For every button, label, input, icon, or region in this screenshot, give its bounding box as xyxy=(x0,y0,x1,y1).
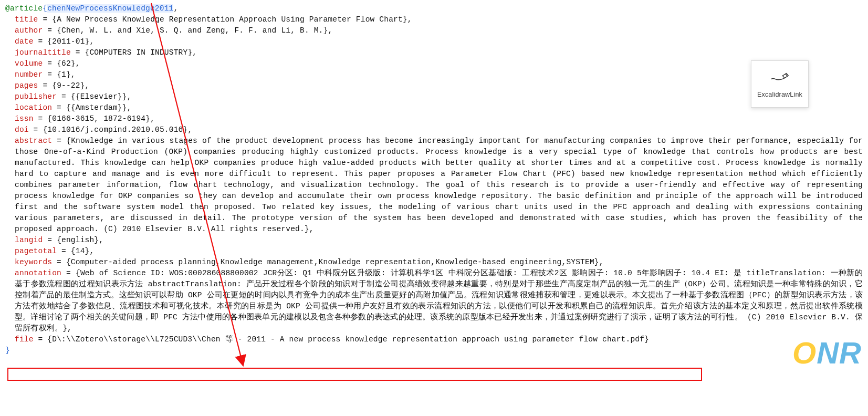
field-author: author = {Chen, W. L. and Xie, S. Q. and… xyxy=(5,25,863,36)
field-number: number = {1}, xyxy=(5,69,863,80)
field-pagetotal: pagetotal = {14}, xyxy=(5,246,863,257)
entry-type: @article xyxy=(5,4,43,13)
field-volume: volume = {62}, xyxy=(5,58,863,69)
field-publisher: publisher = {{Elsevier}}, xyxy=(5,91,863,102)
excalidraw-link-card[interactable]: ExcalidrawLink xyxy=(751,60,809,108)
field-date: date = {2011-01}, xyxy=(5,36,863,47)
field-doi: doi = {10.1016/j.compind.2010.05.016}, xyxy=(5,124,863,136)
field-annotation: annotation = {Web of Science ID: WOS:000… xyxy=(5,268,863,334)
field-abstract: abstract = {Knowledge in various stages … xyxy=(5,136,863,235)
excalidraw-icon xyxy=(770,69,789,86)
close-brace-line: } xyxy=(5,345,863,356)
field-location: location = {{Amsterdam}}, xyxy=(5,102,863,113)
open-brace: { xyxy=(43,4,47,13)
file-field-highlight xyxy=(7,368,702,381)
citation-key: chenNewProcessKnowledge2011 xyxy=(47,4,173,13)
field-journaltitle: journaltitle = {COMPUTERS IN INDUSTRY}, xyxy=(5,47,863,58)
bibtex-entry-header: @article{chenNewProcessKnowledge2011, xyxy=(5,3,863,14)
bibtex-code-block: @article{chenNewProcessKnowledge2011, ti… xyxy=(0,0,868,362)
excalidraw-label: ExcalidrawLink xyxy=(757,90,802,99)
field-pages: pages = {9--22}, xyxy=(5,80,863,91)
field-keywords: keywords = {Computer-aided process plann… xyxy=(5,257,863,268)
field-title: title = {A New Process Knowledge Represe… xyxy=(5,14,863,25)
field-file: file = {D\:\\Zotero\\storage\\L725CUD3\\… xyxy=(5,334,863,345)
field-issn: issn = {0166-3615, 1872-6194}, xyxy=(5,113,863,124)
field-langid: langid = {english}, xyxy=(5,235,863,246)
